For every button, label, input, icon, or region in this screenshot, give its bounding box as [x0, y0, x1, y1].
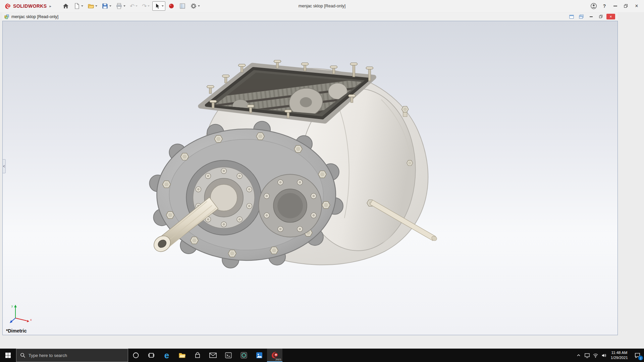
- dropdown-caret-icon[interactable]: [162, 5, 164, 7]
- windows-logo-icon: [5, 352, 11, 358]
- open-document-button[interactable]: [86, 1, 99, 11]
- account-button[interactable]: [588, 1, 599, 11]
- menu-expand-icon[interactable]: ▸: [49, 4, 51, 8]
- document-window-controls: ×: [568, 14, 616, 19]
- document-window: menjac sklop [Read-only] ×: [2, 12, 618, 335]
- quick-access-toolbar: ↶ ↷: [61, 1, 202, 11]
- dropdown-caret-icon[interactable]: [136, 5, 138, 7]
- doc-close-button[interactable]: ×: [606, 14, 615, 19]
- help-icon: ?: [603, 3, 606, 9]
- photos-app-button[interactable]: [252, 349, 267, 362]
- red-ball-tool-button[interactable]: [166, 1, 176, 11]
- red-ball-icon: [168, 3, 175, 9]
- table-icon: [179, 3, 186, 9]
- avatar-icon: [590, 3, 597, 9]
- mail-button[interactable]: [205, 349, 221, 362]
- clock-date: 1/29/2021: [611, 355, 628, 360]
- minimize-icon: [590, 16, 593, 17]
- featuremanager-collapsed-tab[interactable]: [3, 159, 6, 173]
- minimize-button[interactable]: [610, 1, 621, 11]
- dropdown-caret-icon[interactable]: [198, 5, 200, 7]
- file-explorer-button[interactable]: [174, 349, 190, 362]
- options-button[interactable]: [189, 1, 202, 11]
- dropdown-caret-icon[interactable]: [109, 5, 111, 7]
- home-button[interactable]: [61, 1, 71, 11]
- cortana-icon: [132, 352, 139, 359]
- dropdown-caret-icon[interactable]: [81, 5, 83, 7]
- taskbar-clock[interactable]: 11:48 AM 1/29/2021: [608, 350, 631, 360]
- terminal-icon: [225, 352, 232, 359]
- show-hidden-icons-button[interactable]: [575, 349, 583, 362]
- cortana-button[interactable]: [128, 349, 144, 362]
- print-button[interactable]: [114, 1, 127, 11]
- new-document-button[interactable]: [72, 1, 85, 11]
- x-axis-arrow: [27, 320, 29, 322]
- restore-icon: [624, 4, 628, 8]
- select-cursor-icon: [154, 3, 161, 9]
- minimize-icon: [613, 6, 617, 6]
- orientation-triad[interactable]: y x: [8, 303, 34, 324]
- taskbar-search[interactable]: [16, 349, 128, 362]
- undo-icon: ↶: [130, 3, 135, 9]
- task-view-icon: [148, 352, 155, 359]
- 3d-model-gearbox[interactable]: [3, 21, 618, 335]
- mail-icon: [209, 353, 217, 358]
- y-axis-arrow: [14, 305, 17, 307]
- workspace-area: menjac sklop [Read-only] ×: [0, 12, 644, 349]
- cascade-window-button[interactable]: [577, 14, 585, 19]
- wifi-icon: [593, 353, 598, 358]
- save-button[interactable]: [100, 1, 113, 11]
- brand-wordmark: SOLIDWORKS: [13, 3, 47, 9]
- misc-app-icon: [240, 352, 248, 359]
- tile-window-button[interactable]: [568, 14, 576, 19]
- close-icon: ×: [635, 3, 638, 9]
- chevron-left-icon: [3, 165, 5, 168]
- document-title: menjac sklop [Read-only]: [11, 14, 58, 19]
- chevron-up-icon: [577, 353, 581, 357]
- solidworks-taskbar-button[interactable]: 2021: [267, 349, 282, 362]
- dropdown-caret-icon[interactable]: [95, 5, 97, 7]
- misc-app-button[interactable]: [236, 349, 252, 362]
- monitor-icon: [584, 353, 590, 358]
- display-tray-button[interactable]: [583, 349, 591, 362]
- terminal-app-button[interactable]: [221, 349, 236, 362]
- close-icon: ×: [609, 14, 612, 19]
- select-tool-button[interactable]: [152, 1, 165, 11]
- start-button[interactable]: [0, 349, 16, 362]
- network-tray-button[interactable]: [591, 349, 600, 362]
- file-explorer-icon: [178, 352, 186, 359]
- undo-button[interactable]: ↶: [128, 2, 139, 10]
- store-bag-icon: [194, 352, 201, 359]
- task-view-button[interactable]: [144, 349, 159, 362]
- dropdown-caret-icon[interactable]: [123, 5, 125, 7]
- action-center-button[interactable]: 2: [631, 349, 644, 362]
- system-tray: 11:48 AM 1/29/2021 2: [575, 349, 644, 362]
- volume-icon: [601, 353, 607, 358]
- help-button[interactable]: ?: [599, 1, 610, 11]
- doc-minimize-button[interactable]: [587, 14, 595, 19]
- solidworks-year-badge: 2021: [275, 358, 281, 361]
- store-button[interactable]: [190, 349, 205, 362]
- redo-button[interactable]: ↷: [140, 2, 151, 10]
- window-title: menjac sklop [Read-only]: [299, 4, 345, 8]
- dropdown-caret-icon[interactable]: [148, 5, 150, 7]
- print-icon: [116, 3, 122, 9]
- notification-count-badge: 2: [638, 356, 643, 360]
- photos-icon: [256, 352, 263, 359]
- volume-tray-button[interactable]: [600, 349, 608, 362]
- titlebar-controls: ? ×: [588, 1, 644, 11]
- titlebar: SOLIDWORKS ▸ ↶: [0, 0, 644, 12]
- restore-icon: [599, 15, 603, 18]
- output-cover: [259, 174, 322, 237]
- save-icon: [102, 3, 108, 9]
- maximize-button[interactable]: [621, 1, 631, 11]
- graphics-area[interactable]: y x *Dimetric: [2, 21, 618, 335]
- doc-restore-button[interactable]: [597, 14, 605, 19]
- properties-table-button[interactable]: [177, 1, 187, 11]
- document-titlebar: menjac sklop [Read-only] ×: [2, 12, 618, 21]
- close-button[interactable]: ×: [631, 1, 642, 11]
- redo-icon: ↷: [142, 3, 147, 9]
- search-input[interactable]: [29, 353, 124, 358]
- search-icon: [20, 353, 25, 358]
- edge-button[interactable]: e: [159, 349, 174, 362]
